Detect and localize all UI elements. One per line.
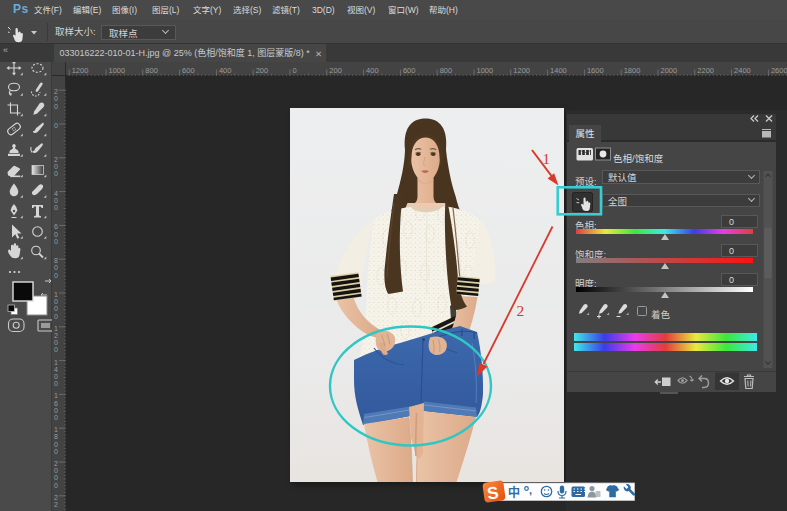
svg-text:1: 1 xyxy=(543,151,551,167)
svg-text:中: 中 xyxy=(508,485,520,500)
svg-text:2: 2 xyxy=(517,302,525,319)
svg-text:,: , xyxy=(529,484,532,496)
